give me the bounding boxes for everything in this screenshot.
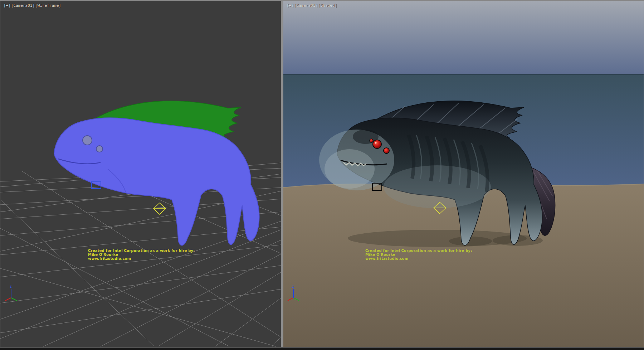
viewport-menu-maximize[interactable]: [+] — [287, 3, 294, 8]
viewport-menu-shading[interactable]: [Shaded] — [318, 3, 337, 8]
credit-line-1: Created for Intel Corporation as a work … — [88, 249, 195, 253]
viewport-menu-camera[interactable]: [Camera01] — [294, 3, 318, 8]
world-axis-tripod: z — [5, 285, 17, 301]
viewport-wireframe[interactable]: z [+] [Camera01] [Wireframe] Created for… — [0, 0, 281, 347]
bone-diamond-gizmo[interactable] — [153, 203, 166, 214]
viewport-shaded[interactable]: z [+] [Camera01] [Shaded] Created for In… — [283, 0, 644, 347]
viewport-menu-camera[interactable]: [Camera01] — [11, 3, 35, 8]
fish-eye-red-large — [373, 140, 381, 149]
fish-eye-red-small — [370, 139, 373, 142]
scene-credit-text: Created for Intel Corporation as a work … — [365, 249, 472, 261]
scene-credit-text: Created for Intel Corporation as a work … — [88, 249, 195, 261]
viewport-label-left: [+] [Camera01] [Wireframe] — [4, 3, 61, 8]
sky — [283, 1, 644, 74]
belly-highlight — [384, 165, 491, 208]
dual-viewport-workspace: z [+] [Camera01] [Wireframe] Created for… — [0, 0, 644, 350]
cheek-highlight — [325, 149, 375, 189]
fish-eye-wire-large — [83, 136, 92, 145]
eye-glint — [375, 142, 377, 144]
viewport-label-right: [+] [Camera01] [Shaded] — [287, 3, 337, 8]
fish-model-wireframe[interactable] — [54, 101, 259, 246]
fish-eye-wire-small — [96, 146, 103, 152]
credit-line-1: Created for Intel Corporation as a work … — [365, 249, 472, 253]
credit-line-2: Mike O'Rourke — [88, 253, 195, 257]
viewport-menu-shading[interactable]: [Wireframe] — [35, 3, 61, 8]
axis-z-label: z — [10, 285, 12, 288]
credit-line-2: Mike O'Rourke — [365, 253, 472, 257]
fish-eye-red-medium — [384, 148, 389, 154]
viewport-menu-maximize[interactable]: [+] — [4, 3, 11, 8]
credit-line-3: www.fritzstudio.com — [365, 257, 472, 261]
credit-line-3: www.fritzstudio.com — [88, 257, 195, 261]
axis-z-label-shaded: z — [292, 285, 294, 288]
